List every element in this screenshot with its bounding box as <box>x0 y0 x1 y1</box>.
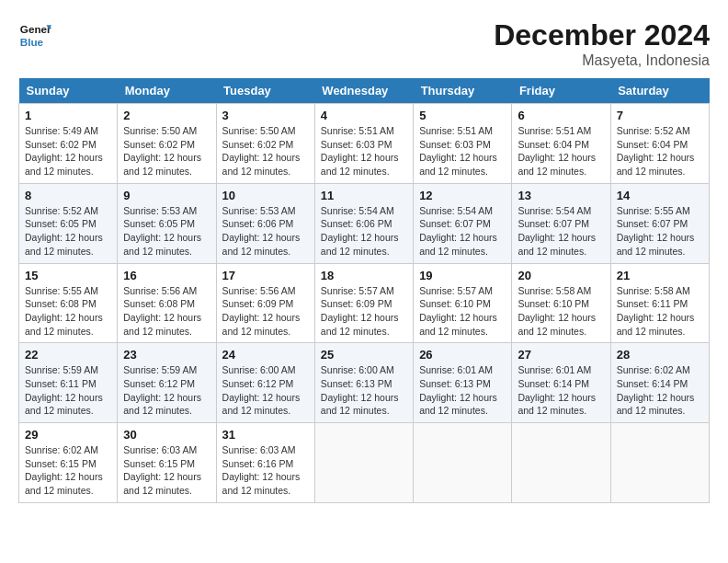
day-info: Sunrise: 5:50 AM Sunset: 6:02 PM Dayligh… <box>123 124 210 178</box>
day-info: Sunrise: 5:57 AM Sunset: 6:10 PM Dayligh… <box>419 284 506 339</box>
day-number: 16 <box>123 269 210 282</box>
calendar-cell: 2Sunrise: 5:50 AM Sunset: 6:02 PM Daylig… <box>118 104 216 184</box>
logo: General Blue <box>18 18 51 52</box>
day-info: Sunrise: 6:02 AM Sunset: 6:15 PM Dayligh… <box>25 443 111 498</box>
title-area: December 2024 Masyeta, Indonesia <box>494 18 710 69</box>
day-info: Sunrise: 5:55 AM Sunset: 6:07 PM Dayligh… <box>617 204 703 259</box>
day-number: 5 <box>419 109 506 122</box>
day-info: Sunrise: 5:59 AM Sunset: 6:12 PM Dayligh… <box>123 363 210 418</box>
day-number: 9 <box>123 189 210 202</box>
day-number: 23 <box>123 348 210 362</box>
calendar-cell: 20Sunrise: 5:58 AM Sunset: 6:10 PM Dayli… <box>512 263 610 343</box>
calendar-week-row: 22Sunrise: 5:59 AM Sunset: 6:11 PM Dayli… <box>19 343 710 423</box>
calendar-cell: 10Sunrise: 5:53 AM Sunset: 6:06 PM Dayli… <box>216 183 314 263</box>
calendar-cell: 25Sunrise: 6:00 AM Sunset: 6:13 PM Dayli… <box>314 343 413 423</box>
calendar-cell: 30Sunrise: 6:03 AM Sunset: 6:15 PM Dayli… <box>118 423 216 503</box>
day-info: Sunrise: 5:53 AM Sunset: 6:05 PM Dayligh… <box>123 204 210 259</box>
day-number: 12 <box>419 189 506 202</box>
calendar-week-row: 29Sunrise: 6:02 AM Sunset: 6:15 PM Dayli… <box>19 423 710 503</box>
calendar-header-row: SundayMondayTuesdayWednesdayThursdayFrid… <box>19 78 710 104</box>
calendar-cell: 1Sunrise: 5:49 AM Sunset: 6:02 PM Daylig… <box>19 104 118 184</box>
day-info: Sunrise: 5:53 AM Sunset: 6:06 PM Dayligh… <box>222 204 309 259</box>
calendar-cell: 11Sunrise: 5:54 AM Sunset: 6:06 PM Dayli… <box>314 183 413 263</box>
day-info: Sunrise: 5:54 AM Sunset: 6:07 PM Dayligh… <box>518 204 604 259</box>
calendar-cell <box>512 423 610 503</box>
day-number: 15 <box>25 269 111 282</box>
day-info: Sunrise: 5:59 AM Sunset: 6:11 PM Dayligh… <box>25 363 111 418</box>
day-number: 3 <box>222 109 309 122</box>
page-header: General Blue December 2024 Masyeta, Indo… <box>18 18 710 69</box>
day-number: 24 <box>222 348 309 362</box>
day-number: 18 <box>321 269 407 282</box>
calendar-cell: 9Sunrise: 5:53 AM Sunset: 6:05 PM Daylig… <box>118 183 216 263</box>
day-number: 27 <box>518 348 604 362</box>
day-info: Sunrise: 5:56 AM Sunset: 6:08 PM Dayligh… <box>123 284 210 339</box>
calendar-cell: 15Sunrise: 5:55 AM Sunset: 6:08 PM Dayli… <box>19 263 118 343</box>
day-number: 8 <box>25 189 111 202</box>
calendar-cell: 3Sunrise: 5:50 AM Sunset: 6:02 PM Daylig… <box>216 104 314 184</box>
day-number: 10 <box>222 189 309 202</box>
day-info: Sunrise: 5:56 AM Sunset: 6:09 PM Dayligh… <box>222 284 309 339</box>
calendar-cell: 27Sunrise: 6:01 AM Sunset: 6:14 PM Dayli… <box>512 343 610 423</box>
calendar-cell: 14Sunrise: 5:55 AM Sunset: 6:07 PM Dayli… <box>610 183 709 263</box>
day-info: Sunrise: 6:01 AM Sunset: 6:13 PM Dayligh… <box>419 363 506 418</box>
day-info: Sunrise: 5:51 AM Sunset: 6:03 PM Dayligh… <box>419 124 506 178</box>
day-number: 26 <box>419 348 506 362</box>
day-info: Sunrise: 6:00 AM Sunset: 6:13 PM Dayligh… <box>321 363 407 418</box>
day-info: Sunrise: 5:57 AM Sunset: 6:09 PM Dayligh… <box>321 284 407 339</box>
calendar-cell: 7Sunrise: 5:52 AM Sunset: 6:04 PM Daylig… <box>610 104 709 184</box>
day-info: Sunrise: 5:50 AM Sunset: 6:02 PM Dayligh… <box>222 124 309 178</box>
calendar-cell: 5Sunrise: 5:51 AM Sunset: 6:03 PM Daylig… <box>414 104 512 184</box>
day-info: Sunrise: 6:02 AM Sunset: 6:14 PM Dayligh… <box>617 363 703 418</box>
calendar-cell: 21Sunrise: 5:58 AM Sunset: 6:11 PM Dayli… <box>610 263 709 343</box>
calendar-cell: 24Sunrise: 6:00 AM Sunset: 6:12 PM Dayli… <box>216 343 314 423</box>
calendar-cell <box>314 423 413 503</box>
day-info: Sunrise: 6:03 AM Sunset: 6:15 PM Dayligh… <box>123 443 210 498</box>
day-number: 19 <box>419 269 506 282</box>
calendar-cell: 4Sunrise: 5:51 AM Sunset: 6:03 PM Daylig… <box>314 104 413 184</box>
day-number: 28 <box>617 348 703 362</box>
calendar-cell: 22Sunrise: 5:59 AM Sunset: 6:11 PM Dayli… <box>19 343 118 423</box>
day-number: 7 <box>617 109 703 122</box>
day-info: Sunrise: 6:01 AM Sunset: 6:14 PM Dayligh… <box>518 363 604 418</box>
calendar-cell: 16Sunrise: 5:56 AM Sunset: 6:08 PM Dayli… <box>118 263 216 343</box>
day-info: Sunrise: 5:51 AM Sunset: 6:03 PM Dayligh… <box>321 124 407 178</box>
day-number: 29 <box>25 428 111 442</box>
day-info: Sunrise: 6:00 AM Sunset: 6:12 PM Dayligh… <box>222 363 309 418</box>
calendar-header-saturday: Saturday <box>610 78 709 104</box>
day-number: 31 <box>222 428 309 442</box>
calendar-cell <box>414 423 512 503</box>
day-number: 2 <box>123 109 210 122</box>
calendar-cell: 23Sunrise: 5:59 AM Sunset: 6:12 PM Dayli… <box>118 343 216 423</box>
calendar-cell: 31Sunrise: 6:03 AM Sunset: 6:16 PM Dayli… <box>216 423 314 503</box>
logo-icon: General Blue <box>18 18 51 52</box>
calendar-cell: 6Sunrise: 5:51 AM Sunset: 6:04 PM Daylig… <box>512 104 610 184</box>
calendar-header-monday: Monday <box>118 78 216 104</box>
svg-text:Blue: Blue <box>20 36 44 48</box>
day-number: 4 <box>321 109 407 122</box>
calendar-header-tuesday: Tuesday <box>216 78 314 104</box>
day-info: Sunrise: 5:49 AM Sunset: 6:02 PM Dayligh… <box>25 124 111 178</box>
calendar-week-row: 1Sunrise: 5:49 AM Sunset: 6:02 PM Daylig… <box>19 104 710 184</box>
day-number: 25 <box>321 348 407 362</box>
day-number: 21 <box>617 269 703 282</box>
calendar-cell: 19Sunrise: 5:57 AM Sunset: 6:10 PM Dayli… <box>414 263 512 343</box>
day-info: Sunrise: 5:58 AM Sunset: 6:10 PM Dayligh… <box>518 284 604 339</box>
day-info: Sunrise: 5:54 AM Sunset: 6:07 PM Dayligh… <box>419 204 506 259</box>
calendar-cell: 18Sunrise: 5:57 AM Sunset: 6:09 PM Dayli… <box>314 263 413 343</box>
day-number: 30 <box>123 428 210 442</box>
calendar-cell: 26Sunrise: 6:01 AM Sunset: 6:13 PM Dayli… <box>414 343 512 423</box>
day-info: Sunrise: 5:58 AM Sunset: 6:11 PM Dayligh… <box>617 284 703 339</box>
month-title: December 2024 <box>494 18 710 52</box>
calendar-header-sunday: Sunday <box>19 78 118 104</box>
calendar-table: SundayMondayTuesdayWednesdayThursdayFrid… <box>18 78 710 503</box>
calendar-cell: 17Sunrise: 5:56 AM Sunset: 6:09 PM Dayli… <box>216 263 314 343</box>
day-number: 14 <box>617 189 703 202</box>
calendar-header-thursday: Thursday <box>414 78 512 104</box>
day-number: 6 <box>518 109 604 122</box>
day-number: 13 <box>518 189 604 202</box>
day-info: Sunrise: 5:54 AM Sunset: 6:06 PM Dayligh… <box>321 204 407 259</box>
day-info: Sunrise: 5:51 AM Sunset: 6:04 PM Dayligh… <box>518 124 604 178</box>
calendar-header-friday: Friday <box>512 78 610 104</box>
calendar-cell <box>610 423 709 503</box>
